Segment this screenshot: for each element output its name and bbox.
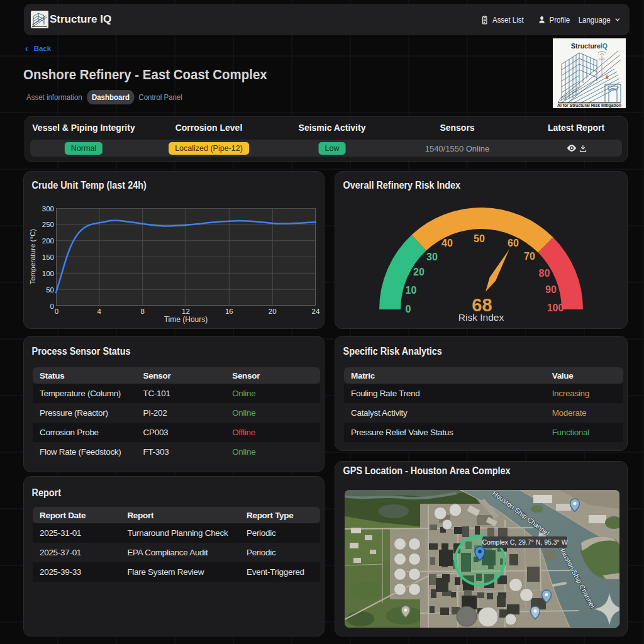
svg-text:0: 0 <box>406 304 411 314</box>
svg-text:10: 10 <box>406 285 417 296</box>
svg-text:50: 50 <box>46 286 54 294</box>
svg-text:250: 250 <box>42 221 54 228</box>
svg-text:Time (Hours): Time (Hours) <box>164 315 208 324</box>
svg-text:AI for Structural Risk Mitigat: AI for Structural Risk Mitigation <box>557 103 621 108</box>
svg-text:0: 0 <box>55 308 58 315</box>
svg-text:8: 8 <box>140 308 144 315</box>
svg-text:Temperature (°C): Temperature (°C) <box>29 229 36 284</box>
svg-text:90: 90 <box>545 284 557 295</box>
svg-text:100: 100 <box>42 270 54 277</box>
svg-text:12: 12 <box>182 308 190 315</box>
svg-text:200: 200 <box>42 237 54 245</box>
svg-text:24: 24 <box>312 308 320 315</box>
svg-text:0: 0 <box>50 303 54 310</box>
svg-text:16: 16 <box>225 308 233 315</box>
svg-text:StructureIQ: StructureIQ <box>571 42 608 50</box>
svg-text:20: 20 <box>413 267 425 277</box>
svg-text:50: 50 <box>474 233 485 244</box>
svg-text:150: 150 <box>42 253 54 261</box>
svg-text:60: 60 <box>508 238 519 248</box>
svg-text:30: 30 <box>426 252 438 262</box>
svg-text:300: 300 <box>42 205 54 213</box>
svg-text:4: 4 <box>97 308 102 315</box>
svg-text:Complex C, 29.7° N, 95.3° W: Complex C, 29.7° N, 95.3° W <box>482 538 567 546</box>
svg-text:20: 20 <box>269 308 277 315</box>
svg-text:80: 80 <box>539 268 550 279</box>
svg-text:100: 100 <box>547 303 564 313</box>
svg-text:Risk Index: Risk Index <box>458 312 504 323</box>
svg-text:40: 40 <box>441 238 453 248</box>
svg-text:70: 70 <box>524 251 535 262</box>
